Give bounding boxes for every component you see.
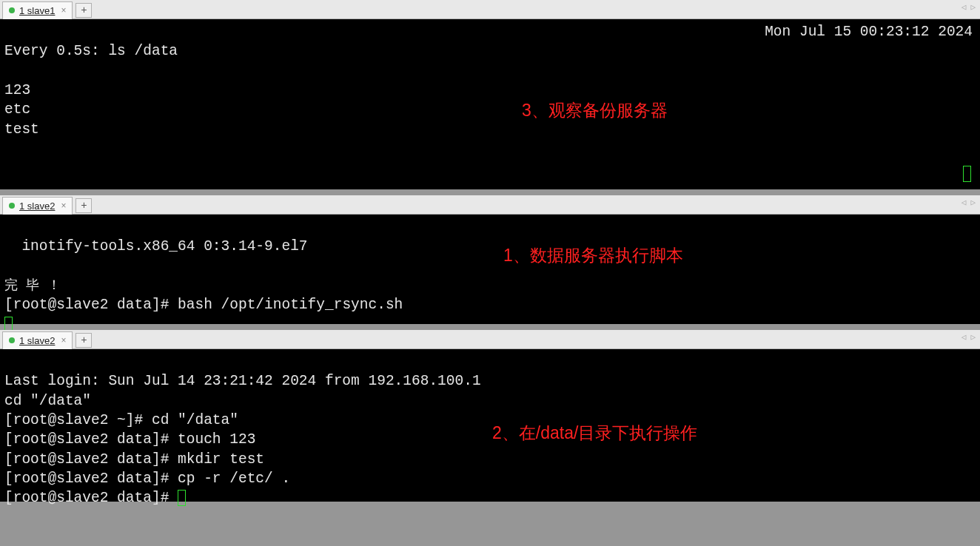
- status-dot-icon: [9, 7, 15, 13]
- tab-label: 1 slave1: [19, 5, 55, 16]
- command-text: bash /opt/inotify_rsync.sh: [178, 297, 403, 313]
- ls-output-line: test: [4, 121, 39, 138]
- tabbar-1: 1 slave1 × + ◁ ▷: [0, 0, 980, 19]
- tab-slave2[interactable]: 1 slave2 ×: [2, 197, 73, 215]
- login-line: Last login: Sun Jul 14 23:21:42 2024 fro…: [4, 373, 481, 389]
- annotation-2: 2、在/data/目录下执行操作: [492, 422, 697, 445]
- tab-label: 1 slave2: [19, 200, 55, 212]
- ls-output-line: etc: [4, 101, 30, 118]
- terminal-output-2[interactable]: inotify-tools.x86_64 0:3.14-9.el7 完 毕 ！ …: [0, 215, 980, 324]
- tabbar-3: 1 slave2 × + ◁ ▷: [0, 330, 980, 349]
- terminal-pane-1: 1 slave1 × + ◁ ▷ Every 0.5s: ls /dataMon…: [0, 0, 980, 189]
- close-icon[interactable]: ×: [59, 200, 67, 211]
- command-text: touch 123: [178, 431, 255, 448]
- prompt: [root@slave2 data]#: [4, 471, 178, 487]
- prompt: [root@slave2 ~]#: [4, 412, 152, 428]
- cursor-icon: [178, 490, 186, 506]
- tabbar-2: 1 slave2 × + ◁ ▷: [0, 195, 980, 215]
- close-icon[interactable]: ×: [59, 5, 67, 16]
- chevron-right-icon[interactable]: ▷: [969, 332, 977, 342]
- tab-nav-arrows: ◁ ▷: [960, 332, 977, 342]
- chevron-left-icon[interactable]: ◁: [960, 198, 968, 207]
- watch-header: Every 0.5s: ls /data: [4, 43, 178, 59]
- tab-slave2-b[interactable]: 1 slave2 ×: [2, 331, 73, 349]
- tab-slave1[interactable]: 1 slave1 ×: [2, 1, 73, 19]
- prompt: [root@slave2 data]#: [4, 297, 178, 313]
- prompt: [root@slave2 data]#: [4, 451, 178, 468]
- command-text: cd "/data": [152, 412, 238, 428]
- prompt: [root@slave2 data]#: [4, 431, 178, 448]
- terminal-pane-2: 1 slave2 × + ◁ ▷ inotify-tools.x86_64 0:…: [0, 195, 980, 324]
- terminal-output-3[interactable]: Last login: Sun Jul 14 23:21:42 2024 fro…: [0, 349, 980, 502]
- command-text: cp -r /etc/ .: [178, 471, 290, 487]
- add-tab-button[interactable]: +: [75, 3, 92, 18]
- status-dot-icon: [9, 337, 15, 343]
- add-tab-button[interactable]: +: [75, 198, 92, 213]
- annotation-1: 1、数据服务器执行脚本: [503, 244, 683, 267]
- annotation-3: 3、观察备份服务器: [522, 99, 668, 122]
- add-tab-button[interactable]: +: [75, 333, 92, 348]
- prompt: [root@slave2 data]#: [4, 490, 178, 506]
- tab-nav-arrows: ◁ ▷: [960, 198, 977, 207]
- ls-output-line: 123: [4, 82, 30, 98]
- command-text: mkdir test: [178, 451, 264, 468]
- chevron-right-icon[interactable]: ▷: [969, 198, 977, 207]
- chevron-right-icon[interactable]: ▷: [969, 2, 977, 12]
- tab-nav-arrows: ◁ ▷: [960, 2, 977, 12]
- chevron-left-icon[interactable]: ◁: [960, 332, 968, 342]
- terminal-output-1[interactable]: Every 0.5s: ls /dataMon Jul 15 00:23:12 …: [0, 19, 980, 189]
- close-icon[interactable]: ×: [59, 335, 67, 346]
- output-line: cd "/data": [4, 393, 91, 409]
- chevron-left-icon[interactable]: ◁: [960, 2, 968, 12]
- output-line: 完 毕 ！: [4, 278, 61, 293]
- output-line: inotify-tools.x86_64 0:3.14-9.el7: [4, 238, 308, 255]
- terminal-pane-3: 1 slave2 × + ◁ ▷ Last login: Sun Jul 14 …: [0, 330, 980, 502]
- status-dot-icon: [9, 203, 15, 209]
- cursor-icon: [963, 166, 971, 182]
- watch-timestamp: Mon Jul 15 00:23:12 2024: [765, 22, 973, 41]
- tab-label: 1 slave2: [19, 335, 55, 346]
